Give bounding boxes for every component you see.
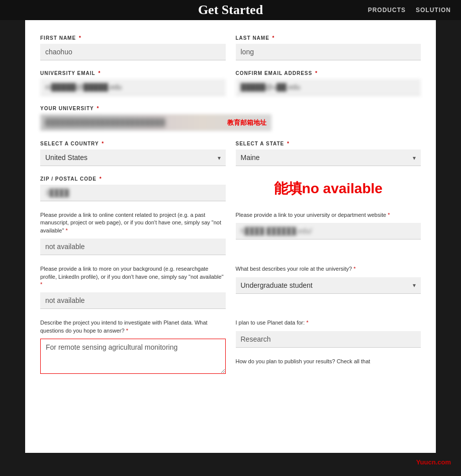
university-row: YOUR UNIVERSITY * ██████████████████████… <box>40 106 421 131</box>
nav-products[interactable]: PRODUCTS <box>368 7 406 14</box>
planet-use-helper: I plan to use Planet data for: * <box>236 319 421 327</box>
confirm-email-display: █████@u██.edu <box>236 79 421 96</box>
zip-label: ZIP / POSTAL CODE * <box>40 176 226 182</box>
planet-use-input[interactable] <box>236 331 421 348</box>
first-name-group: FIRST NAME * <box>40 35 226 60</box>
email-row: UNIVERSITY EMAIL * m█████@█████.edu CONF… <box>40 70 421 96</box>
links-row: Please provide a link to online content … <box>40 211 421 255</box>
page-title: Get Started <box>198 3 263 18</box>
university-website-helper: Please provide a link to your university… <box>236 211 421 219</box>
background-role-row: Please provide a link to more on your ba… <box>40 265 421 309</box>
background-link-input[interactable] <box>40 292 226 309</box>
university-group: YOUR UNIVERSITY * ██████████████████████… <box>40 106 421 131</box>
project-describe-group: Describe the project you intend to inves… <box>40 319 226 374</box>
country-select[interactable]: United States Canada China <box>40 149 226 166</box>
name-row: FIRST NAME * LAST NAME * <box>40 35 421 60</box>
role-select-wrapper[interactable]: Undergraduate student Graduate student R… <box>236 277 421 294</box>
zip-row: ZIP / POSTAL CODE * 3████ 能填no available <box>40 176 421 201</box>
planet-use-group: I plan to use Planet data for: * How do … <box>236 319 421 374</box>
university-email-label: UNIVERSITY EMAIL * <box>40 70 226 76</box>
role-helper: What best describes your role at the uni… <box>236 265 421 273</box>
first-name-label: FIRST NAME * <box>40 35 226 41</box>
last-name-group: LAST NAME * <box>236 35 421 60</box>
country-group: SELECT A COUNTRY * United States Canada … <box>40 141 226 166</box>
university-website-group: Please provide a link to your university… <box>236 211 421 255</box>
last-name-input[interactable] <box>236 44 421 60</box>
state-select[interactable]: Maine California Texas <box>236 149 421 166</box>
background-link-helper: Please provide a link to more on your ba… <box>40 265 226 288</box>
university-input-row: ████████████████████████ 教育邮箱地址 <box>40 114 271 131</box>
nav-items: PRODUCTS SOLUTION <box>368 7 451 14</box>
country-select-wrapper[interactable]: United States Canada China ▾ <box>40 149 226 166</box>
first-name-input[interactable] <box>40 44 226 60</box>
confirm-email-label: CONFIRM EMAIL ADDRESS * <box>236 70 421 76</box>
university-website-blurred: h████ ██████.edu/ <box>236 223 421 240</box>
link-content-group: Please provide a link to online content … <box>40 211 226 255</box>
university-blurred: ████████████████████████ <box>40 114 271 131</box>
project-describe-helper: Describe the project you intend to inves… <box>40 319 226 335</box>
publish-section: How do you plan to publish your results?… <box>236 358 421 369</box>
confirm-email-group: CONFIRM EMAIL ADDRESS * █████@u██.edu <box>236 70 421 96</box>
top-navigation: Get Started PRODUCTS SOLUTION <box>0 0 461 20</box>
publish-helper: How do you plan to publish your results?… <box>236 358 421 365</box>
university-label: YOUR UNIVERSITY * <box>40 106 421 111</box>
no-available-annotation-area: 能填no available <box>236 176 421 201</box>
zip-group: ZIP / POSTAL CODE * 3████ <box>40 176 226 201</box>
nav-solutions[interactable]: SOLUTION <box>416 7 451 14</box>
watermark: Yuucn.com <box>416 458 451 466</box>
state-select-wrapper[interactable]: Maine California Texas ▾ <box>236 149 421 166</box>
project-describe-textarea[interactable]: For remote sensing agricultural monitori… <box>40 339 226 374</box>
last-name-label: LAST NAME * <box>236 35 421 41</box>
role-select[interactable]: Undergraduate student Graduate student R… <box>236 277 421 294</box>
zip-blurred: 3████ <box>40 185 226 201</box>
background-link-group: Please provide a link to more on your ba… <box>40 265 226 309</box>
link-content-helper: Please provide a link to online content … <box>40 211 226 234</box>
no-available-annotation: 能填no available <box>274 180 383 197</box>
location-row: SELECT A COUNTRY * United States Canada … <box>40 141 421 166</box>
country-label: SELECT A COUNTRY * <box>40 141 226 146</box>
link-content-input[interactable] <box>40 239 226 255</box>
state-label: SELECT A STATE * <box>236 141 421 146</box>
university-email-display: m█████@█████.edu <box>40 79 226 96</box>
university-email-group: UNIVERSITY EMAIL * m█████@█████.edu <box>40 70 226 96</box>
state-group: SELECT A STATE * Maine California Texas … <box>236 141 421 166</box>
role-group: What best describes your role at the uni… <box>236 265 421 309</box>
project-planet-row: Describe the project you intend to inves… <box>40 319 421 374</box>
form-container: FIRST NAME * LAST NAME * UNIVERSITY EMAI… <box>25 20 436 453</box>
